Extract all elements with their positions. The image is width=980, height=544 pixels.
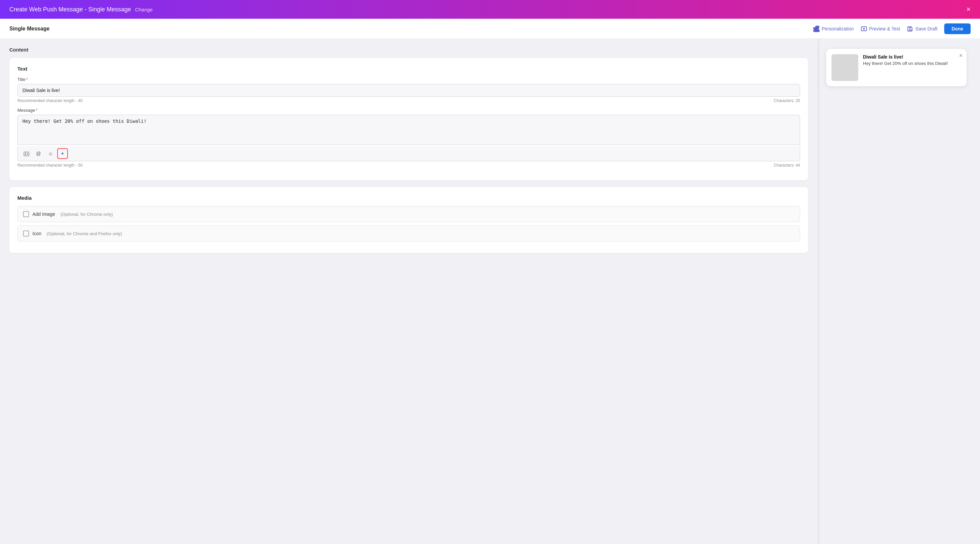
message-hint: Recommended character length - 50 Charac…	[18, 163, 800, 168]
preview-icon	[861, 25, 867, 32]
sub-header: Single Message Personalization Preview &…	[0, 19, 980, 39]
left-panel: Content Text Title* Recommended characte…	[0, 39, 818, 544]
svg-point-1	[863, 28, 865, 29]
message-label: Message*	[18, 108, 800, 113]
notification-close-button[interactable]: ×	[959, 52, 963, 59]
preview-test-button[interactable]: Preview & Test	[861, 25, 900, 32]
notification-body: Hey there! Get 20% off on shoes this Diw…	[863, 61, 961, 66]
icon-option[interactable]: Icon (Optional, for Chrome and Firefox o…	[18, 226, 800, 242]
content-section-title: Content	[10, 47, 808, 52]
title-hint: Recommended character length - 40 Charac…	[18, 99, 800, 103]
add-image-checkbox[interactable]	[23, 211, 29, 217]
close-button[interactable]: ×	[966, 5, 970, 14]
svg-rect-3	[909, 27, 911, 28]
media-card-title: Media	[18, 195, 800, 201]
media-card: Media Add Image (Optional, for Chrome on…	[10, 187, 808, 253]
message-toolbar: {{}} @ ☺ ✦	[18, 146, 800, 161]
braces-button[interactable]: {{}}	[21, 148, 32, 159]
app-header: Create Web Push Message - Single Message…	[0, 0, 980, 19]
icon-sublabel: (Optional, for Chrome and Firefox only)	[46, 231, 122, 236]
personalization-button[interactable]: Personalization	[813, 25, 854, 32]
add-image-sublabel: (Optional, for Chrome only)	[60, 212, 113, 217]
notification-image	[832, 54, 858, 81]
save-draft-label: Save Draft	[915, 26, 937, 32]
change-link[interactable]: Change	[135, 7, 153, 13]
personalization-label: Personalization	[822, 26, 854, 32]
text-card: Text Title* Recommended character length…	[10, 58, 808, 180]
title-input[interactable]	[18, 84, 800, 97]
notification-title: Diwali Sale is live!	[863, 54, 961, 60]
done-button[interactable]: Done	[944, 24, 970, 34]
add-image-option[interactable]: Add Image (Optional, for Chrome only)	[18, 206, 800, 222]
svg-rect-2	[909, 30, 911, 31]
header-title-group: Create Web Push Message - Single Message…	[10, 6, 153, 13]
add-image-label: Add Image	[32, 212, 55, 217]
icon-label: Icon	[32, 231, 41, 236]
gear-icon	[813, 25, 820, 32]
message-input[interactable]	[18, 115, 800, 145]
emoji-button[interactable]: ☺	[45, 148, 56, 159]
right-panel: Diwali Sale is live! Hey there! Get 20% …	[819, 39, 980, 544]
sparkle-button[interactable]: ✦	[57, 148, 68, 159]
subheader-title: Single Message	[10, 26, 49, 32]
main-layout: Content Text Title* Recommended characte…	[0, 39, 980, 544]
save-icon	[907, 25, 913, 32]
title-label: Title*	[18, 77, 800, 82]
notification-content: Diwali Sale is live! Hey there! Get 20% …	[863, 54, 961, 66]
preview-test-label: Preview & Test	[869, 26, 900, 32]
icon-checkbox[interactable]	[23, 231, 29, 237]
subheader-actions: Personalization Preview & Test Save Draf…	[813, 24, 970, 34]
save-draft-button[interactable]: Save Draft	[907, 25, 937, 32]
at-button[interactable]: @	[33, 148, 44, 159]
text-card-title: Text	[18, 66, 800, 72]
notification-preview: Diwali Sale is live! Hey there! Get 20% …	[826, 49, 967, 86]
page-title: Create Web Push Message - Single Message	[10, 6, 131, 13]
